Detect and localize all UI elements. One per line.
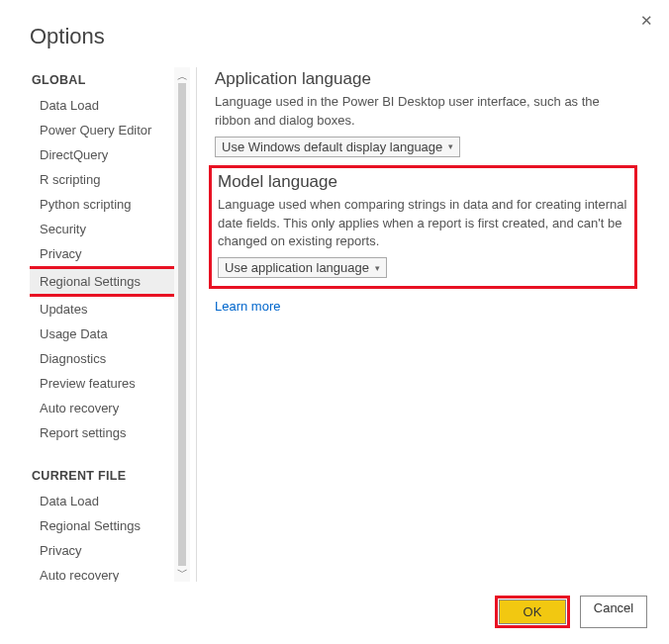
cancel-button[interactable]: Cancel (580, 596, 647, 628)
options-dialog: ✕ Options GLOBAL Data Load Power Query E… (0, 0, 669, 644)
sidebar-scrollbar[interactable]: ︿ ﹀ (174, 67, 190, 582)
learn-more-link[interactable]: Learn more (215, 299, 280, 314)
application-language-value: Use Windows default display language (222, 139, 442, 154)
sidebar-item-auto-recovery[interactable]: Auto recovery (30, 396, 174, 420)
application-language-dropdown[interactable]: Use Windows default display language ▾ (215, 137, 460, 157)
highlight-model-language: Model language Language used when compar… (209, 165, 637, 290)
main-panel: Application language Language used in th… (215, 67, 639, 582)
sidebar-container: GLOBAL Data Load Power Query Editor Dire… (30, 67, 190, 582)
close-icon[interactable]: ✕ (636, 8, 657, 34)
sidebar-header-current-file: CURRENT FILE (32, 469, 174, 483)
sidebar-item-data-load[interactable]: Data Load (30, 93, 174, 118)
sidebar-item-cf-data-load[interactable]: Data Load (30, 489, 174, 513)
model-language-value: Use application language (225, 260, 369, 275)
sidebar-header-global: GLOBAL (32, 73, 174, 87)
sidebar-item-privacy[interactable]: Privacy (30, 241, 174, 266)
dialog-body: GLOBAL Data Load Power Query Editor Dire… (0, 67, 669, 582)
model-language-desc: Language used when comparing strings in … (218, 196, 628, 252)
model-language-dropdown[interactable]: Use application language ▾ (218, 257, 387, 278)
chevron-down-icon: ▾ (375, 263, 380, 273)
sidebar-item-security[interactable]: Security (30, 217, 174, 241)
highlight-regional-settings: Regional Settings (30, 266, 174, 297)
sidebar-item-diagnostics[interactable]: Diagnostics (30, 346, 174, 371)
dialog-footer: OK Cancel (495, 596, 647, 628)
sidebar-item-python-scripting[interactable]: Python scripting (30, 192, 174, 217)
sidebar-item-r-scripting[interactable]: R scripting (30, 167, 174, 192)
sidebar-item-usage-data[interactable]: Usage Data (30, 322, 174, 346)
sidebar-item-directquery[interactable]: DirectQuery (30, 142, 174, 167)
sidebar-item-regional-settings[interactable]: Regional Settings (30, 269, 174, 294)
sidebar-item-cf-regional-settings[interactable]: Regional Settings (30, 513, 174, 538)
dialog-title: Options (0, 0, 669, 67)
highlight-ok-button: OK (495, 596, 570, 628)
model-language-title: Model language (218, 172, 628, 192)
vertical-divider (196, 67, 197, 582)
sidebar-item-report-settings[interactable]: Report settings (30, 420, 174, 445)
application-language-title: Application language (215, 69, 633, 89)
sidebar-item-power-query-editor[interactable]: Power Query Editor (30, 118, 174, 142)
sidebar: GLOBAL Data Load Power Query Editor Dire… (30, 67, 174, 582)
application-language-desc: Language used in the Power BI Desktop us… (215, 93, 633, 131)
sidebar-item-updates[interactable]: Updates (30, 297, 174, 322)
chevron-down-icon: ▾ (448, 141, 453, 151)
sidebar-item-cf-privacy[interactable]: Privacy (30, 538, 174, 563)
sidebar-item-cf-auto-recovery[interactable]: Auto recovery (30, 563, 174, 582)
ok-button[interactable]: OK (499, 599, 566, 624)
sidebar-item-preview-features[interactable]: Preview features (30, 371, 174, 396)
scroll-thumb[interactable] (178, 83, 186, 566)
